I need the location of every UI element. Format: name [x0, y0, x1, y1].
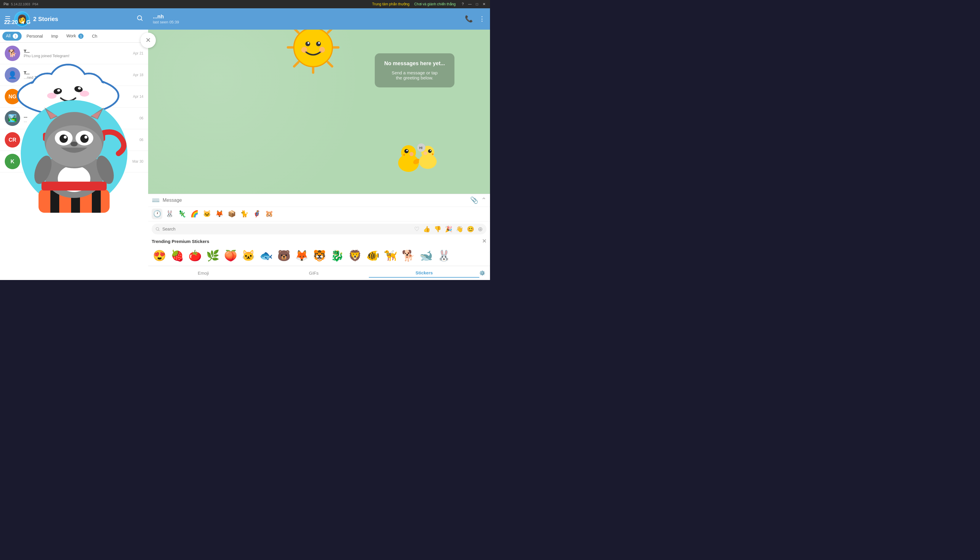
sticker-item[interactable]: 🌿	[205, 248, 220, 263]
cat9-icon[interactable]: 🐹	[264, 208, 275, 219]
sticker-item[interactable]: 🐋	[418, 248, 434, 263]
more-emoji-icon[interactable]: ⊕	[478, 225, 483, 233]
cat4-icon[interactable]: 🐱	[201, 208, 212, 219]
tab-emoji[interactable]: Emoji	[148, 269, 259, 277]
svg-point-10	[294, 30, 333, 67]
thumbup-icon[interactable]: 👍	[423, 225, 431, 233]
list-item[interactable]: 🐕 T... Phu Long joined Telegram! Apr 21	[0, 43, 148, 64]
tab-work[interactable]: Work 1	[63, 32, 87, 41]
sticker-item[interactable]: 😍	[152, 248, 167, 263]
close-trending-icon[interactable]: ✕	[482, 238, 486, 245]
chat-meta: Apr 18	[133, 73, 143, 77]
svg-point-18	[401, 145, 416, 160]
sticker-item[interactable]: 🦁	[347, 248, 363, 263]
cat3-icon[interactable]: 🌈	[189, 208, 200, 219]
avatar: CR	[5, 132, 20, 148]
window-controls[interactable]: ? — □ ✕	[460, 2, 486, 7]
chat-info: T... ...ned Telegr...	[24, 70, 130, 80]
play-text: Chơi và giành chiến thắng	[414, 2, 456, 6]
tab-imp[interactable]: Imp	[48, 32, 62, 40]
sticker-item[interactable]: 🐱	[241, 248, 256, 263]
cat5-icon[interactable]: 🦊	[214, 208, 225, 219]
sticker-item[interactable]: 🍓	[170, 248, 185, 263]
minimize-btn[interactable]: —	[468, 2, 472, 7]
svg-point-16	[319, 47, 325, 53]
wave-icon[interactable]: 👋	[456, 225, 463, 233]
system-bar: Pie 5.14.22.1003 P64 Trung tâm phần thưở…	[0, 0, 490, 8]
list-item[interactable]: K K... ... Mar 30	[0, 151, 148, 172]
list-item[interactable]: 🏞️ ... ... 06	[0, 108, 148, 129]
sticker-item[interactable]: 🍑	[223, 248, 238, 263]
call-icon[interactable]: 📞	[465, 15, 473, 23]
no-messages-card: No messages here yet... Send a message o…	[375, 53, 454, 87]
sticker-item[interactable]: 🦊	[294, 248, 309, 263]
chat-preview: Phu Long joined Telegram!	[24, 53, 130, 58]
avatar: 🐕	[5, 46, 20, 61]
cat7-icon[interactable]: 🐈	[239, 208, 250, 219]
sticker-search-icons: ♡ 👍 👎 🎉 👋 😊 ⊕	[414, 225, 483, 233]
sticker-item[interactable]: 🐰	[436, 248, 451, 263]
close-icon[interactable]: ✕	[140, 33, 156, 48]
time-display: 22:20 ◂ G	[4, 19, 30, 25]
message-input[interactable]	[163, 198, 467, 203]
sticker-item[interactable]: 🐯	[312, 248, 327, 263]
chat-info: T... Phu Long joined Telegram!	[24, 48, 130, 58]
sticker-item[interactable]: 🐕	[401, 248, 416, 263]
sticker-item[interactable]: 🐻	[276, 248, 291, 263]
maximize-btn[interactable]: □	[474, 2, 479, 7]
cat6-icon[interactable]: 📦	[226, 208, 237, 219]
thumbdown-icon[interactable]: 👎	[434, 225, 441, 233]
chat-name: T...	[24, 48, 130, 53]
app-window: ☰ 👩 2 Stories All 1 Personal Imp	[0, 8, 490, 280]
tab-ch[interactable]: Ch	[88, 32, 101, 40]
close-btn[interactable]: ✕	[482, 2, 486, 7]
more-icon[interactable]: ⋮	[479, 15, 485, 23]
list-item[interactable]: 👤 T... ...ned Telegr... Apr 18	[0, 64, 148, 86]
app-name: Pie	[3, 2, 8, 6]
help-btn[interactable]: ?	[460, 2, 465, 7]
message-bar: ⌨️ 📎 ⌃	[148, 194, 490, 207]
system-bar-left: Pie 5.14.22.1003 P64	[3, 2, 38, 6]
chat-time: Apr 21	[133, 51, 143, 55]
cat1-icon[interactable]: 🐰	[164, 208, 175, 219]
svg-point-12	[316, 42, 321, 46]
contact-status: last seen 05:39	[153, 20, 461, 24]
chat-time: 06	[140, 116, 143, 120]
avatar: 👤	[5, 67, 20, 83]
keyboard-icon[interactable]: ⌨️	[152, 197, 160, 204]
tab-gifs[interactable]: GIFs	[259, 269, 369, 277]
cat8-icon[interactable]: 🦸	[251, 208, 262, 219]
sticker-item[interactable]: 🦮	[383, 248, 398, 263]
heart-icon[interactable]: ♡	[414, 225, 419, 233]
tab-stickers[interactable]: Stickers	[369, 268, 479, 278]
search-icon[interactable]	[136, 15, 143, 23]
attach-icon[interactable]: 📎	[470, 197, 478, 204]
filter-tabs: All 1 Personal Imp Work 1 Ch	[0, 30, 148, 43]
svg-line-1	[141, 20, 143, 21]
tab-personal[interactable]: Personal	[23, 32, 46, 40]
greeting-sticker[interactable]: HI	[392, 133, 446, 176]
sticker-item[interactable]: 🍅	[187, 248, 203, 263]
chat-preview: ...ned Telegr...	[24, 75, 130, 80]
sticker-item[interactable]: 🐟	[258, 248, 274, 263]
party-icon[interactable]: 🎉	[445, 225, 453, 233]
svg-point-22	[409, 152, 414, 156]
recent-stickers-icon[interactable]: 🕐	[152, 208, 162, 219]
list-item[interactable]: NG Ng... N... joined telegram! Apr 14	[0, 86, 148, 108]
emoji-icon[interactable]: 😊	[467, 225, 474, 233]
sticker-item[interactable]: 🐉	[329, 248, 345, 263]
header-title: 2 Stories	[33, 16, 133, 23]
sun-sticker	[283, 30, 343, 85]
list-item[interactable]: CR CR... ... 06	[0, 129, 148, 151]
chat-preview: ...	[24, 118, 136, 123]
bottom-tabs: Emoji GIFs Stickers ⚙️	[148, 266, 490, 280]
sticker-item[interactable]: 🐠	[365, 248, 380, 263]
tab-all[interactable]: All 1	[2, 32, 22, 41]
sticker-search-bar: ♡ 👍 👎 🎉 👋 😊 ⊕	[152, 224, 486, 234]
cat2-icon[interactable]: 🦎	[176, 208, 187, 219]
sticker-search-input[interactable]	[162, 227, 412, 232]
right-panel: ...nh last seen 05:39 📞 ⋮	[148, 8, 490, 280]
settings-icon[interactable]: ⚙️	[479, 270, 490, 276]
chat-area: No messages here yet... Send a message o…	[148, 30, 490, 194]
expand-icon[interactable]: ⌃	[481, 197, 486, 204]
